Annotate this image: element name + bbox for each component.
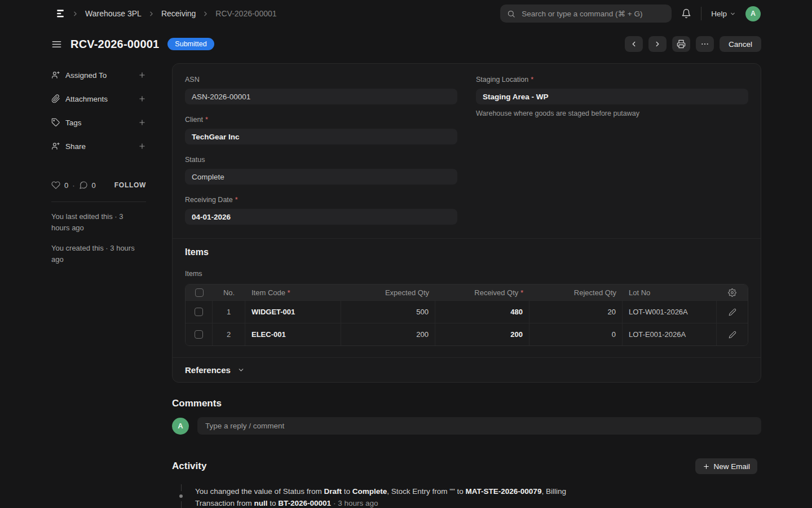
sidebar-item-share: Share: [51, 141, 146, 151]
item-code-cell: WIDGET-001: [245, 301, 341, 323]
status-field[interactable]: Complete: [185, 169, 457, 185]
app-window: Warehouse 3PL Receiving RCV-2026-00001: [0, 0, 812, 508]
cancel-button[interactable]: Cancel: [720, 36, 761, 52]
sidebar-item-label: Tags: [65, 119, 138, 127]
select-all-checkbox[interactable]: [195, 288, 204, 297]
breadcrumb-separator-icon: [202, 10, 209, 17]
add-attachment-button[interactable]: [138, 95, 146, 103]
add-tag-button[interactable]: [138, 119, 146, 126]
required-mark: *: [288, 288, 290, 297]
chevron-right-icon: [654, 40, 661, 48]
comment-input[interactable]: [204, 421, 754, 431]
page-header: RCV-2026-00001 Submitted: [51, 34, 761, 54]
created-text: You created this · 3 hours ago: [51, 243, 143, 265]
received-qty-cell: 480: [435, 301, 529, 323]
add-share-button[interactable]: [138, 142, 146, 150]
field-asn: ASN ASN-2026-00001: [185, 76, 457, 104]
table-settings-button[interactable]: [717, 284, 748, 300]
breadcrumb-separator-icon: [148, 10, 155, 17]
sidebar-divider: [51, 202, 146, 202]
activity-section: Activity New Email You changed the value…: [172, 458, 761, 508]
column-header-rejected-qty: Rejected Qty: [529, 284, 623, 300]
column-header-item-code: Item Code *: [245, 284, 341, 300]
row-index: 2: [213, 323, 245, 345]
menu-icon: [51, 39, 62, 50]
form-body: ASN ASN-2026-00001 Client* TechGear Inc …: [172, 63, 761, 508]
table-row: 1 WIDGET-001 500 480 20 LOT-W001-2026A: [186, 300, 748, 323]
comments-section: Comments A: [172, 398, 761, 435]
field-status: Status Complete: [185, 156, 457, 185]
follow-button[interactable]: FOLLOW: [114, 181, 146, 189]
field-label: ASN: [185, 76, 200, 84]
navbar-actions: Help A: [500, 5, 761, 23]
chevron-down-icon: [730, 11, 736, 17]
field-label: Receiving Date: [185, 196, 233, 204]
help-menu[interactable]: Help: [711, 10, 736, 18]
comment-avatar: A: [172, 418, 189, 435]
items-table-header: No. Item Code * Expected Qty Received Qt…: [186, 284, 748, 300]
edit-row-button[interactable]: [717, 301, 748, 323]
print-button[interactable]: [672, 36, 690, 52]
comment-count: 0: [92, 181, 96, 190]
sidebar-item-label: Assigned To: [65, 71, 138, 80]
gear-icon: [728, 288, 736, 297]
column-header-received-qty: Received Qty *: [435, 284, 529, 300]
sidebar-item-label: Attachments: [65, 95, 138, 103]
row-checkbox[interactable]: [195, 308, 203, 316]
add-assignment-button[interactable]: [138, 71, 146, 79]
field-staging-location: Staging Location* Staging Area - WP Ware…: [476, 76, 748, 117]
prev-document-button[interactable]: [625, 36, 643, 52]
field-label: Status: [185, 156, 205, 164]
search-icon: [507, 10, 515, 18]
global-search[interactable]: [500, 5, 672, 23]
breadcrumb: Warehouse 3PL Receiving RCV-2026-00001: [55, 8, 277, 19]
like-count: 0: [64, 181, 68, 190]
plus-icon: [703, 463, 710, 470]
row-checkbox[interactable]: [195, 330, 203, 339]
breadcrumb-receiving[interactable]: Receiving: [161, 9, 196, 18]
required-mark: *: [520, 288, 523, 297]
breadcrumb-separator-icon: [72, 10, 79, 17]
edit-row-button[interactable]: [717, 323, 748, 345]
app-logo-icon[interactable]: [55, 8, 65, 19]
breadcrumb-current: RCV-2026-00001: [215, 9, 276, 18]
references-section-toggle[interactable]: References: [173, 357, 761, 382]
ellipsis-icon: [700, 40, 709, 49]
field-label: Staging Location: [476, 76, 528, 84]
user-avatar[interactable]: A: [745, 6, 761, 21]
column-header-no: No.: [213, 284, 245, 300]
notifications-button[interactable]: [681, 8, 691, 19]
items-field-label: Items: [185, 270, 748, 278]
client-field[interactable]: TechGear Inc: [185, 129, 457, 144]
staging-location-field[interactable]: Staging Area - WP: [476, 89, 748, 104]
breadcrumb-warehouse-3pl[interactable]: Warehouse 3PL: [85, 9, 142, 18]
navbar: Warehouse 3PL Receiving RCV-2026-00001: [0, 0, 812, 27]
expected-qty-cell: 200: [341, 323, 435, 345]
more-actions-button[interactable]: [696, 36, 714, 52]
field-receiving-date: Receiving Date* 04-01-2026: [185, 196, 457, 225]
document-sidebar: Assigned To Attachments Tags: [51, 70, 146, 265]
heart-icon[interactable]: [51, 181, 60, 190]
required-mark: *: [235, 196, 238, 204]
pencil-icon: [729, 308, 736, 316]
expected-qty-cell: 500: [341, 301, 435, 323]
sidebar-item-label: Share: [65, 142, 138, 151]
comment-icon[interactable]: [79, 181, 88, 190]
field-help-text: Warehouse where goods are staged before …: [476, 110, 748, 117]
next-document-button[interactable]: [648, 36, 667, 52]
comment-input-wrapper: [197, 417, 761, 435]
status-badge: Submitted: [167, 38, 214, 50]
pencil-icon: [729, 331, 736, 339]
asn-field[interactable]: ASN-2026-00001: [185, 89, 457, 104]
sidebar-toggle-button[interactable]: [51, 39, 62, 50]
share-user-icon: [51, 142, 60, 151]
form-column-right: Staging Location* Staging Area - WP Ware…: [476, 76, 748, 236]
sidebar-item-attachments: Attachments: [51, 94, 146, 104]
new-email-button[interactable]: New Email: [695, 458, 757, 474]
navbar-divider: [701, 7, 701, 20]
sidebar-item-assigned-to: Assigned To: [51, 70, 146, 80]
receiving-date-field[interactable]: 04-01-2026: [185, 209, 457, 225]
search-input[interactable]: [520, 9, 665, 19]
references-title: References: [185, 365, 231, 375]
activity-entry: You changed the value of Status from Dra…: [172, 485, 761, 508]
